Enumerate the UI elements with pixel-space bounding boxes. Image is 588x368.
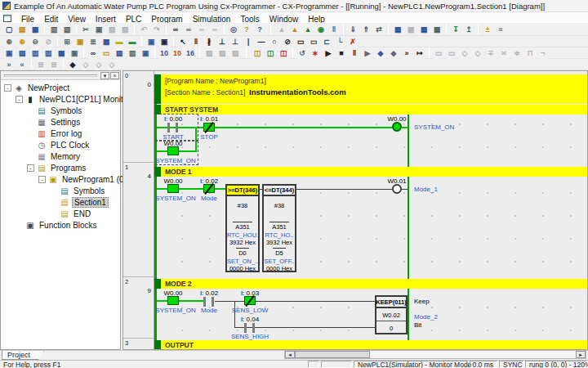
find-icon[interactable]: ∞ bbox=[169, 24, 182, 35]
compile-icon[interactable]: ▲ bbox=[275, 24, 288, 35]
set-off-icon[interactable]: ◇ bbox=[471, 47, 484, 59]
inverted-instruction-icon[interactable]: ▭ bbox=[307, 36, 320, 47]
rung-comment-icon[interactable]: ≣ bbox=[34, 59, 47, 70]
horizontal-line-icon[interactable]: — bbox=[255, 36, 268, 47]
set-on-icon[interactable]: ◇ bbox=[458, 47, 471, 59]
context-help-icon[interactable]: ? bbox=[253, 24, 266, 35]
line-connect-icon[interactable]: └ bbox=[333, 36, 346, 47]
tree-item-programs[interactable]: -▤Programs bbox=[1, 162, 120, 173]
tree-item-error-log[interactable]: ▥Error log bbox=[1, 128, 120, 139]
sim-step-over-icon[interactable]: ◈ bbox=[387, 47, 400, 59]
download-to-plc-icon[interactable]: ⇓ bbox=[346, 24, 359, 35]
zoom-custom-icon[interactable]: ⊕ bbox=[16, 36, 29, 47]
find-replace-icon[interactable]: ∞ bbox=[182, 24, 195, 35]
pause-monitor-icon[interactable]: ▦ bbox=[417, 24, 430, 35]
scroll-left-arrow[interactable]: ◄ bbox=[285, 351, 295, 358]
new-file-icon[interactable]: ▢ bbox=[2, 24, 16, 35]
sim-step-in-icon[interactable]: ◈ bbox=[374, 47, 387, 59]
tree-item-function-blocks[interactable]: ▣Function Blocks bbox=[1, 219, 120, 231]
work-online-simulator-icon[interactable]: ◫ bbox=[264, 47, 277, 59]
rung-margin-3[interactable]: 3 16 bbox=[123, 339, 154, 350]
force-reset-icon[interactable]: ≍ bbox=[497, 47, 510, 59]
vertical-line-icon[interactable]: ∣ bbox=[242, 36, 255, 47]
force-on-icon[interactable]: ↧ bbox=[449, 24, 462, 35]
cut-icon[interactable]: ✂ bbox=[79, 24, 92, 35]
sim-scan-run-icon[interactable]: ↦ bbox=[413, 47, 426, 59]
sync-icon[interactable]: ↺ bbox=[296, 47, 309, 59]
rung-comment-edit-icon[interactable]: ≣ bbox=[47, 59, 60, 70]
contact-stop-nc[interactable] bbox=[203, 123, 215, 132]
force-cancel-icon[interactable]: ≑ bbox=[510, 47, 523, 59]
differential-monitor-icon[interactable]: ≈ bbox=[494, 24, 507, 35]
coil-mode1[interactable] bbox=[392, 184, 402, 194]
monitor-decimal-icon[interactable]: 10 bbox=[158, 47, 171, 59]
compile-all-icon[interactable]: ▲ bbox=[301, 24, 314, 35]
diagram-window-icon[interactable] bbox=[3, 15, 11, 22]
compile-program-icon[interactable]: ▲ bbox=[288, 24, 301, 35]
watch-icon[interactable]: ▤ bbox=[113, 47, 126, 59]
contact-mode-nc[interactable] bbox=[203, 184, 215, 193]
sim-step-run-icon[interactable]: ▶ bbox=[361, 47, 374, 59]
or-closed-contact-icon[interactable]: ⊥ bbox=[229, 36, 242, 47]
diff-up-icon[interactable]: ▭ bbox=[432, 47, 445, 59]
scroll-thumb[interactable] bbox=[295, 351, 370, 358]
work-online-icon[interactable]: ◉ bbox=[314, 24, 327, 35]
diff-down-icon[interactable]: ▭ bbox=[445, 47, 458, 59]
tree-expander[interactable]: - bbox=[4, 84, 11, 92]
open-file-icon[interactable]: ▤ bbox=[16, 24, 29, 35]
ladder-diagram[interactable]: 0 0 1 4 2 9 3 16 bbox=[122, 70, 588, 350]
indent-left-icon[interactable]: « bbox=[16, 59, 29, 70]
show-sections-icon[interactable]: ▬ bbox=[126, 36, 139, 47]
close-pane-button[interactable]: × bbox=[110, 72, 119, 79]
close-all-icon[interactable]: ▣ bbox=[68, 47, 81, 59]
tree-item-end[interactable]: ▤END bbox=[1, 208, 120, 219]
dock-handle[interactable] bbox=[4, 74, 97, 77]
tile-vertical-icon[interactable]: ▥ bbox=[42, 47, 55, 59]
save-icon[interactable]: ▦ bbox=[29, 24, 42, 35]
new-window-icon[interactable]: ▣ bbox=[2, 47, 16, 59]
tree-expander[interactable]: - bbox=[27, 164, 34, 172]
upload-from-plc-icon[interactable]: ⇑ bbox=[359, 24, 372, 35]
contact-senshigh-no[interactable] bbox=[244, 323, 256, 332]
contact-systemon-no[interactable] bbox=[167, 184, 179, 193]
tree-item-newproject[interactable]: -◈NewProject bbox=[1, 82, 120, 93]
tree-item-symbols[interactable]: ▤Symbols bbox=[1, 105, 120, 116]
tree-item-plc-clock[interactable]: ◷PLC Clock bbox=[1, 139, 120, 150]
bookmark-prev-icon[interactable]: ◇ bbox=[92, 59, 105, 70]
rung-margin-0[interactable]: 0 0 bbox=[123, 71, 154, 163]
about-icon[interactable]: ◎ bbox=[227, 24, 240, 35]
delete-element-icon[interactable]: ✗ bbox=[346, 36, 359, 47]
monitor-signed-decimal-icon[interactable]: 10 bbox=[171, 47, 184, 59]
overview-icon[interactable]: ▣ bbox=[74, 36, 87, 47]
paste-icon[interactable]: ▤ bbox=[105, 24, 118, 35]
cascade-icon[interactable]: ▤ bbox=[16, 47, 29, 59]
view-diagram-icon[interactable]: ▣ bbox=[158, 36, 171, 47]
instruction-block-keep[interactable]: KEEP(011) W0.02 0 bbox=[375, 295, 408, 334]
contact-mode-no[interactable] bbox=[203, 297, 215, 306]
sim-continuous-step-icon[interactable]: » bbox=[400, 47, 413, 59]
select-mode-icon[interactable]: ↖ bbox=[176, 36, 189, 47]
bookmark-clear-icon[interactable]: ◇ bbox=[105, 59, 118, 70]
print-preview-icon[interactable]: ▧ bbox=[60, 24, 74, 35]
tree-item-settings[interactable]: ▦Settings bbox=[1, 116, 120, 128]
ladder-horizontal-scrollbar[interactable]: ◄ ► bbox=[284, 350, 586, 359]
coil-system-on[interactable] bbox=[392, 122, 402, 132]
instruction-block-dt346[interactable]: >=DT(346) #38 A351 RTC_HOU.. 3932 Hex D0… bbox=[225, 184, 260, 272]
cross-reference-icon[interactable]: ▦ bbox=[100, 36, 113, 47]
paste-section-icon[interactable]: ▨ bbox=[229, 47, 242, 59]
copy-icon[interactable]: ▣ bbox=[92, 24, 105, 35]
zoom-in-icon[interactable]: ⊕ bbox=[2, 36, 16, 47]
options-icon[interactable]: ▣ bbox=[139, 47, 152, 59]
sim-run-icon[interactable]: ▶ bbox=[322, 47, 335, 59]
monitor-all-icon[interactable]: ▦ bbox=[404, 24, 417, 35]
data-trace-icon[interactable]: ▦ bbox=[430, 24, 443, 35]
zoom-fit-icon[interactable]: ⊘ bbox=[42, 36, 55, 47]
symbol-lookup-icon[interactable]: ∞ bbox=[87, 47, 100, 59]
help-topics-icon[interactable]: ? bbox=[240, 24, 253, 35]
open-contact-icon[interactable]: ‖ bbox=[189, 36, 203, 47]
selection-cursor[interactable] bbox=[151, 141, 198, 165]
tree-item-newprogram1-00-running[interactable]: -▣NewProgram1 (00) Running bbox=[1, 173, 120, 185]
tree-expander[interactable]: - bbox=[16, 96, 23, 103]
rung-margin-2[interactable]: 2 9 bbox=[123, 277, 154, 339]
tree-expander[interactable]: - bbox=[38, 176, 46, 183]
